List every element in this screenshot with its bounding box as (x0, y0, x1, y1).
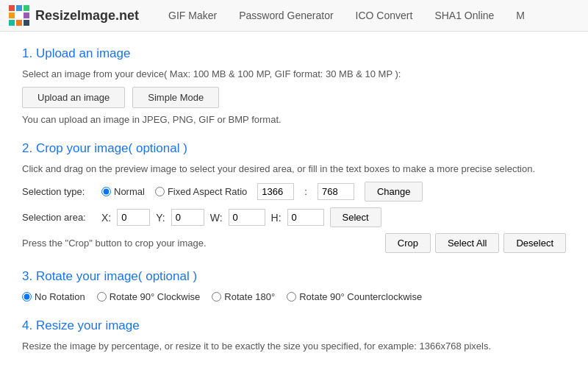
aspect-width-input[interactable] (257, 183, 294, 200)
h-input[interactable] (287, 209, 324, 226)
radio-fixed-label[interactable]: Fixed Aspect Ratio (155, 186, 247, 197)
main-content: 1. Upload an image Select an image from … (0, 32, 588, 382)
section-rotate: 3. Rotate your image( optional ) No Rota… (22, 269, 566, 302)
rotate-none-label[interactable]: No Rotation (22, 291, 85, 302)
section3-title: 3. Rotate your image( optional ) (22, 269, 566, 284)
selection-area-row: Selection area: X: Y: W: H: Select (22, 207, 566, 227)
logo-area: ResizeImage.net (9, 5, 139, 26)
section-crop: 2. Crop your image( optional ) Click and… (22, 141, 566, 253)
nav-links: GIF Maker Password Generator ICO Convert… (168, 10, 525, 21)
rotate-180-text: Rotate 180° (224, 291, 275, 302)
selection-type-label: Selection type: (22, 186, 96, 197)
crop-note: Press the "Crop" button to crop your ima… (22, 238, 379, 249)
navbar: ResizeImage.net GIF Maker Password Gener… (0, 0, 588, 32)
rotate-none[interactable] (22, 292, 32, 302)
logo-text: ResizeImage.net (35, 8, 139, 24)
upload-image-button[interactable]: Upload an image (22, 87, 125, 108)
y-input[interactable] (171, 209, 204, 226)
aspect-height-input[interactable] (318, 183, 354, 200)
rotate-180[interactable] (212, 292, 221, 302)
section-upload: 1. Upload an image Select an image from … (22, 46, 566, 125)
select-button[interactable]: Select (330, 207, 381, 227)
radio-fixed[interactable] (155, 187, 165, 196)
nav-gif-maker[interactable]: GIF Maker (168, 10, 217, 21)
change-button[interactable]: Change (365, 182, 423, 202)
section4-desc: Resize the image by percentage, or resiz… (22, 341, 566, 352)
radio-fixed-text: Fixed Aspect Ratio (168, 186, 247, 197)
section2-title: 2. Crop your image( optional ) (22, 141, 566, 156)
rotate-options-row: No Rotation Rotate 90° Clockwise Rotate … (22, 291, 566, 302)
rotate-ccw-label[interactable]: Rotate 90° Counterclockwise (287, 291, 422, 302)
selection-type-row: Selection type: Normal Fixed Aspect Rati… (22, 182, 566, 202)
crop-row: Press the "Crop" button to crop your ima… (22, 233, 566, 253)
nav-sha1-online[interactable]: SHA1 Online (434, 10, 494, 21)
rotate-ccw-text: Rotate 90° Counterclockwise (299, 291, 422, 302)
y-label: Y: (156, 212, 165, 224)
select-all-button[interactable]: Select All (435, 233, 499, 253)
rotate-cw[interactable] (97, 292, 107, 302)
rotate-ccw[interactable] (287, 292, 296, 302)
upload-note: You can upload an image in JPEG, PNG, GI… (22, 114, 566, 125)
deselect-button[interactable]: Deselect (503, 233, 566, 253)
selection-area-label: Selection area: (22, 212, 96, 223)
rotate-none-text: No Rotation (35, 291, 85, 302)
x-label: X: (101, 212, 111, 224)
section1-title: 1. Upload an image (22, 46, 566, 61)
radio-normal[interactable] (101, 187, 111, 196)
radio-normal-text: Normal (114, 186, 145, 197)
section-resize: 4. Resize your image Resize the image by… (22, 318, 566, 352)
nav-more[interactable]: M (516, 10, 525, 21)
upload-btn-group: Upload an image Simple Mode (22, 87, 566, 108)
selection-type-radios: Normal Fixed Aspect Ratio : Change (101, 182, 423, 202)
w-label: W: (210, 212, 223, 224)
rotate-cw-text: Rotate 90° Clockwise (110, 291, 201, 302)
logo-icon (9, 5, 29, 26)
rotate-180-label[interactable]: Rotate 180° (212, 291, 275, 302)
radio-normal-label[interactable]: Normal (101, 186, 145, 197)
h-label: H: (271, 212, 282, 224)
x-input[interactable] (117, 209, 150, 226)
nav-ico-convert[interactable]: ICO Convert (356, 10, 413, 21)
simple-mode-button[interactable]: Simple Mode (132, 87, 219, 108)
nav-password-generator[interactable]: Password Generator (239, 10, 333, 21)
section4-title: 4. Resize your image (22, 318, 566, 333)
rotate-cw-label[interactable]: Rotate 90° Clockwise (97, 291, 201, 302)
colon-separator: : (304, 186, 307, 197)
w-input[interactable] (229, 209, 265, 226)
crop-button[interactable]: Crop (385, 233, 431, 253)
section1-desc: Select an image from your device( Max: 1… (22, 68, 566, 79)
section2-desc: Click and drag on the preview image to s… (22, 163, 566, 174)
crop-buttons: Crop Select All Deselect (385, 233, 566, 253)
